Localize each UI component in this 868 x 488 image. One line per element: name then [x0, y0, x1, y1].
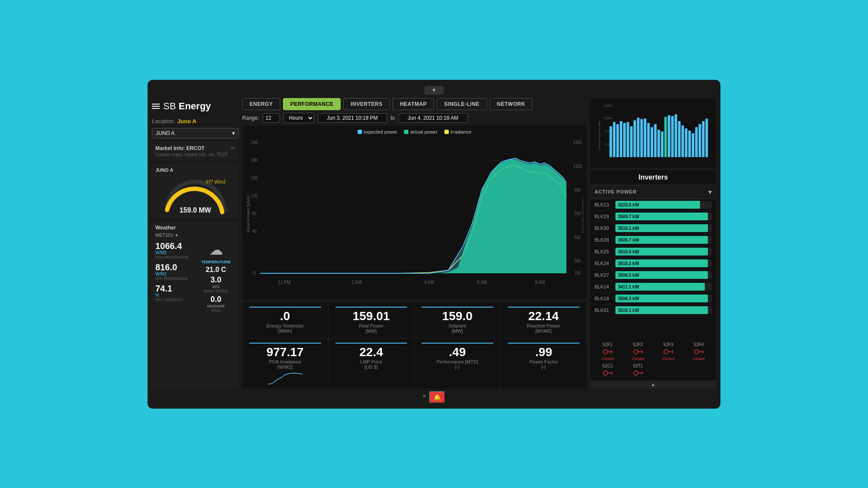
circuit-breakers: 52F1 Closed 52F2 Closed 52F3 Closed — [590, 339, 716, 380]
stat-setpoint-label2: [MW] — [452, 328, 463, 334]
weather-grid: 1066.4 W/M2 POA IRRADIANCE 816.0 W/M2 GH… — [155, 242, 235, 313]
met-select[interactable]: MET101 ▾ — [155, 233, 235, 238]
poa-unit: W/M2 — [155, 250, 194, 255]
tab-heatmap[interactable]: HEATMAP — [392, 98, 434, 110]
inverter-name: BLK27 — [595, 272, 612, 278]
svg-rect-57 — [664, 117, 667, 157]
tab-network[interactable]: NETWORK — [490, 98, 533, 110]
inverter-bar-container: 3509.7 kW — [615, 213, 712, 220]
chart-area: expected power actual power irradiance 2… — [242, 126, 587, 300]
cloud-icon: ☁ — [209, 242, 223, 258]
inverter-row: BLK14 3411.1 kW — [590, 281, 716, 293]
range-row: Range: Hours Days to — [242, 113, 587, 123]
svg-text:300: 300 — [574, 258, 581, 263]
hamburger-icon[interactable] — [152, 104, 160, 109]
svg-rect-44 — [620, 121, 622, 157]
stat-power-factor-label1: Power Factor — [529, 359, 558, 364]
gauge-info-icon[interactable]: ⓘ — [224, 207, 229, 213]
stat-top-line-4 — [508, 307, 580, 308]
inverter-value: 3506.3 kW — [618, 296, 639, 301]
svg-rect-63 — [685, 128, 687, 157]
inverter-name: BLK29 — [595, 214, 612, 219]
inverter-bar-container: 3223.0 kW — [615, 201, 712, 209]
cb-status: Closed — [662, 357, 674, 361]
svg-rect-48 — [634, 120, 636, 157]
inverter-value: 3510.1 kW — [618, 226, 639, 230]
svg-text:4,000: 4,000 — [605, 104, 612, 107]
center-area: ENERGY PERFORMANCE INVERTERS HEATMAP SIN… — [242, 98, 587, 389]
stat-top-line — [249, 307, 321, 308]
svg-text:1 AM: 1 AM — [352, 279, 362, 285]
inverter-bar-container: 3411.1 kW — [615, 283, 712, 291]
date-from-input[interactable] — [318, 113, 387, 123]
scroll-up-button[interactable]: ▲ — [590, 380, 716, 389]
tab-performance[interactable]: PERFORMANCE — [283, 98, 341, 110]
svg-point-70 — [603, 350, 608, 354]
svg-rect-61 — [678, 121, 681, 157]
svg-text:160: 160 — [251, 175, 258, 180]
humidity-stat: 74.1 % REL HUMIDITY — [155, 284, 194, 302]
wind-unit: M/S — [212, 285, 219, 289]
location-label: Location: — [152, 118, 175, 124]
svg-rect-64 — [688, 131, 691, 157]
stat-top-line-7 — [421, 343, 493, 344]
range-unit-select[interactable]: Hours Days — [283, 113, 314, 123]
cb-symbol-svg — [692, 348, 705, 356]
circuit-breaker-group[interactable]: 52F2 Closed — [624, 342, 652, 361]
location-select[interactable]: JUNO A ▾ — [152, 128, 239, 138]
legend-actual-dot — [404, 130, 408, 134]
active-power-chevron[interactable]: ▾ — [708, 188, 712, 196]
sidebar: SB Energy Location: Juno A JUNO A ▾ Mark… — [152, 98, 239, 389]
cb-status: Closed — [693, 357, 705, 361]
circuit-breaker-group[interactable]: 52F4 Closed — [685, 342, 713, 361]
svg-point-82 — [603, 371, 608, 375]
gauge-mw-value: 159.0 MW — [180, 206, 211, 214]
svg-text:11 PM: 11 PM — [278, 279, 290, 285]
stat-real-power: 159.01 Real Power [MW] — [329, 302, 415, 338]
circuit-breaker-group[interactable]: 52T1 — [624, 364, 652, 377]
svg-text:9 AM: 9 AM — [535, 279, 545, 285]
ghi-label: GHI IRRADIANCE — [155, 276, 194, 281]
collapse-button[interactable]: ▼ — [424, 86, 444, 95]
met-station-value: MET101 — [155, 233, 174, 238]
active-power-row: ACTIVE POWER ▾ — [590, 185, 716, 199]
inverter-row: BLK18 3506.3 kW — [590, 293, 716, 305]
inverter-bar-container: 3506.3 kW — [615, 295, 712, 302]
tab-inverters[interactable]: INVERTERS — [343, 98, 390, 110]
stat-poa: 977.17 POA Irradiance [W/M2] — [242, 338, 329, 389]
app-title: SB Energy — [163, 101, 211, 112]
circuit-breaker-group[interactable]: 52C1 — [594, 364, 621, 377]
inverter-row: BLK31 3510.1 kW — [590, 305, 716, 316]
svg-text:900: 900 — [574, 187, 581, 192]
legend-irradiance-label: irradiance — [450, 129, 471, 134]
inverter-name: BLK24 — [595, 261, 612, 266]
stat-energy-yesterday-value: .0 — [280, 310, 290, 322]
range-value-input[interactable] — [263, 113, 280, 123]
inverter-name: BLK28 — [595, 237, 612, 242]
cb-status: Closed — [632, 357, 644, 361]
svg-rect-55 — [658, 130, 660, 157]
stat-lmp-label2: [US $] — [365, 364, 378, 370]
inverters-list[interactable]: BLK13 3223.0 kW BLK29 3509.7 kW BLK30 35… — [590, 199, 716, 339]
active-power-label: ACTIVE POWER — [595, 189, 637, 194]
tab-energy[interactable]: ENERGY — [242, 98, 280, 110]
date-to-input[interactable] — [398, 113, 468, 123]
chevron-up-icon[interactable]: ^ — [423, 394, 426, 401]
cb-label: 52F2 — [633, 342, 643, 347]
legend-actual: actual power — [404, 129, 437, 134]
poa-stat: 1066.4 W/M2 POA IRRADIANCE — [155, 242, 194, 259]
cb-symbol-svg — [631, 348, 644, 356]
weather-title: Weather — [155, 225, 235, 231]
circuit-breaker-group[interactable]: 52F1 Closed — [594, 342, 621, 361]
humidity-unit: % — [155, 293, 194, 298]
inverter-value: 3505.7 kW — [618, 237, 639, 242]
alert-bell-button[interactable]: 🔔 — [429, 391, 445, 403]
humidity-value: 74.1 — [155, 284, 194, 293]
tab-single-line[interactable]: SINGLE-LINE — [437, 98, 487, 110]
market-edit-icon[interactable]: ✏ — [231, 145, 235, 151]
circuit-breaker-group[interactable]: 52F3 Closed — [654, 342, 682, 361]
svg-rect-53 — [651, 127, 653, 157]
svg-rect-49 — [637, 118, 640, 157]
svg-text:500: 500 — [574, 234, 581, 239]
ghi-value: 816.0 — [155, 263, 194, 272]
